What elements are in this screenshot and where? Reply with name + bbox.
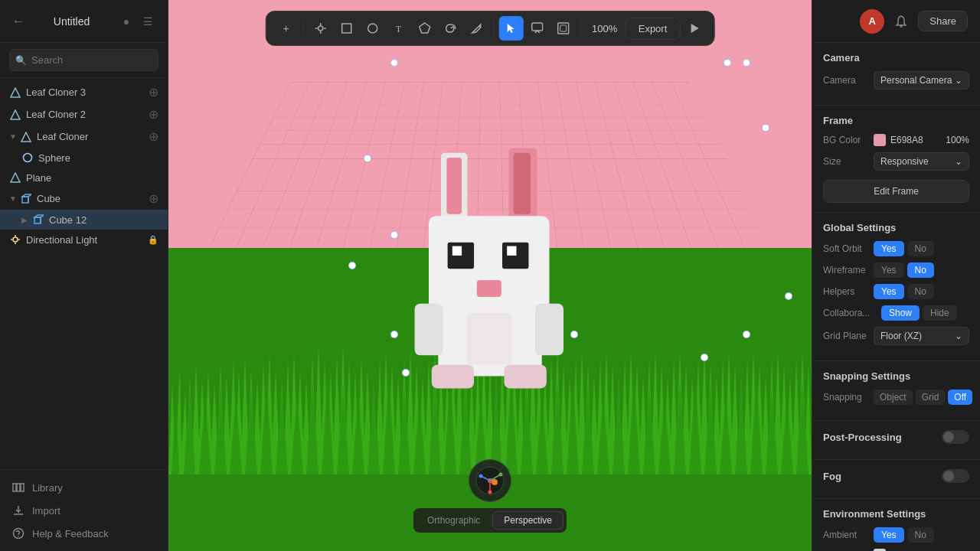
wireframe-row: Wireframe Yes No (823, 262, 969, 278)
help-icon (12, 527, 24, 540)
import-item[interactable]: Import (0, 499, 168, 522)
nav-cube-widget[interactable] (469, 459, 511, 502)
circle-status-icon: ● (119, 14, 134, 29)
collab-hide[interactable]: Hide (923, 305, 957, 321)
snap-object[interactable]: Object (874, 390, 913, 405)
svg-point-11 (13, 237, 18, 242)
ambient-no[interactable]: No (907, 527, 934, 543)
soft-orbit-yes[interactable]: Yes (874, 241, 904, 256)
leaf-cloner2-icon (9, 109, 21, 121)
camera-chevron: ⌄ (955, 75, 962, 86)
right-panel: A Share Camera Camera Personal Camera ⌄ … (812, 0, 980, 551)
main-layout: ← Untitled ● ☰ 🔍 Leaf Cloner 3 ⊕ (0, 0, 980, 551)
cube-expand[interactable]: ▼ (9, 194, 20, 203)
snap-grid[interactable]: Grid (916, 390, 946, 405)
leaf-cloner-icon (9, 86, 21, 99)
sel-dot-3 (402, 369, 410, 377)
svg-rect-5 (22, 197, 28, 203)
soft-orbit-no[interactable]: No (907, 241, 934, 256)
leafcloner-expand[interactable]: ▼ (9, 132, 20, 141)
svg-marker-9 (34, 215, 44, 217)
add-button[interactable]: + (274, 16, 299, 41)
collab-label: Collabora... (823, 308, 877, 318)
edit-frame-button[interactable]: Edit Frame (823, 180, 969, 203)
helpers-no[interactable]: No (907, 284, 934, 299)
tree-item-leaf2[interactable]: Leaf Cloner 2 ⊕ (0, 103, 168, 126)
sel-handle-tl[interactable] (390, 59, 398, 67)
ambient-yes[interactable]: Yes (874, 527, 904, 543)
sel-handle-br[interactable] (743, 331, 750, 338)
help-label: Help & Feedback (32, 528, 109, 540)
leafcloner-add[interactable]: ⊕ (149, 129, 158, 144)
tree-item-cube[interactable]: ▼ Cube ⊕ (0, 187, 168, 210)
search-input[interactable] (9, 49, 158, 71)
viewport[interactable]: + T (168, 0, 812, 551)
collab-show[interactable]: Show (881, 305, 920, 321)
comment-button[interactable] (525, 16, 550, 41)
svg-marker-47 (420, 23, 430, 33)
snap-off[interactable]: Off (948, 390, 972, 405)
wireframe-no[interactable]: No (907, 262, 934, 278)
tree-item-cube12[interactable]: ▶ Cube 12 (0, 210, 168, 230)
sel-handle-bc[interactable] (570, 331, 578, 338)
sphere-label: Sphere (38, 152, 158, 164)
export-button[interactable]: Export (626, 18, 681, 40)
snapping-group: Object Grid Off (874, 390, 972, 405)
bgcolor-hex: E698A8 (890, 135, 937, 145)
wireframe-yes[interactable]: Yes (874, 262, 904, 278)
spiral-button[interactable] (439, 16, 463, 41)
camera-select[interactable]: Personal Camera ⌄ (874, 71, 969, 90)
cube-add[interactable]: ⊕ (149, 191, 158, 206)
svg-rect-18 (21, 484, 24, 491)
circle-button[interactable] (361, 16, 385, 41)
frame-section-title: Frame (823, 115, 969, 126)
environment-section: Environment Settings Ambient Yes No Colo… (812, 499, 980, 551)
project-title: Untitled (54, 15, 90, 28)
global-settings-section: Global Settings Soft Orbit Yes No Wirefr… (812, 213, 980, 361)
leaf3-add[interactable]: ⊕ (149, 85, 158, 99)
post-processing-toggle[interactable] (942, 430, 969, 444)
user-avatar: A (860, 9, 884, 34)
bgcolor-swatch[interactable] (874, 134, 886, 146)
sel-handle-tr[interactable] (743, 59, 750, 67)
svg-point-3 (24, 154, 32, 162)
orthographic-button[interactable]: Orthographic (416, 511, 491, 530)
tree-item-leafcloner[interactable]: ▼ Leaf Cloner ⊕ (0, 126, 168, 148)
svg-rect-48 (532, 23, 543, 31)
tree-item-plane[interactable]: Plane (0, 168, 168, 187)
frame-button[interactable] (551, 16, 576, 41)
bgcolor-row: BG Color E698A8 100% (823, 134, 969, 146)
tree-item-leaf3[interactable]: Leaf Cloner 3 ⊕ (0, 81, 168, 103)
share-button[interactable]: Share (918, 11, 968, 31)
size-value: Responsive (880, 156, 929, 167)
library-item[interactable]: Library (0, 476, 168, 499)
cube12-expand[interactable]: ▶ (21, 216, 32, 224)
notifications-button[interactable] (890, 11, 912, 32)
leaf2-add[interactable]: ⊕ (149, 107, 158, 122)
dirlight-icon (9, 233, 21, 246)
help-item[interactable]: Help & Feedback (0, 522, 168, 545)
pentagon-button[interactable] (413, 16, 437, 41)
back-button[interactable]: ← (12, 15, 24, 28)
text-button[interactable]: T (387, 16, 411, 41)
sel-handle-ml[interactable] (390, 231, 398, 239)
perspective-button[interactable]: Perspective (492, 511, 564, 530)
select-button[interactable] (499, 16, 524, 41)
tree-item-sphere[interactable]: Sphere (0, 148, 168, 168)
pen-button[interactable] (465, 16, 489, 41)
fog-toggle[interactable] (942, 469, 969, 483)
sel-handle-tc[interactable] (724, 59, 731, 67)
tree-item-dirlight[interactable]: Directional Light 🔒 (0, 230, 168, 249)
svg-marker-2 (21, 132, 31, 142)
leafcloner-icon (20, 131, 32, 143)
gridplane-chevron: ⌄ (955, 331, 962, 341)
transform-button[interactable] (309, 16, 333, 41)
sel-handle-bl[interactable] (390, 331, 398, 338)
gridplane-value: Floor (XZ) (880, 331, 922, 341)
menu-icon[interactable]: ☰ (140, 14, 155, 29)
play-button[interactable] (681, 16, 706, 41)
helpers-yes[interactable]: Yes (874, 284, 904, 299)
size-select[interactable]: Responsive ⌄ (874, 152, 969, 171)
rectangle-button[interactable] (335, 16, 359, 41)
gridplane-select[interactable]: Floor (XZ) ⌄ (874, 327, 969, 345)
